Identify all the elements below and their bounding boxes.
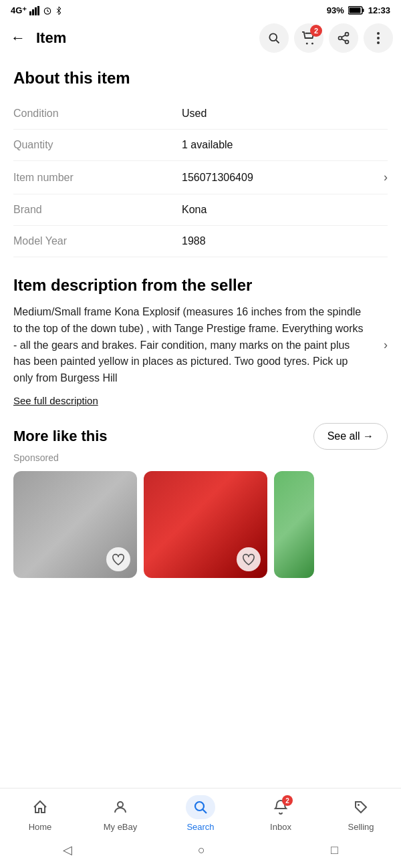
item-number-row[interactable]: Item number 156071306409 › (13, 161, 388, 194)
selling-tab-label: Selling (348, 822, 374, 832)
system-home-button[interactable]: ○ (198, 843, 205, 857)
signal-indicator: 4G⁺ (11, 5, 27, 15)
svg-point-14 (346, 33, 349, 36)
nav-tabs: Home My eBay Search (0, 788, 401, 836)
home-tab-label: Home (29, 822, 52, 832)
cart-button[interactable]: 2 (294, 23, 323, 53)
favorite-button-2[interactable] (237, 547, 261, 571)
back-button[interactable]: ← (5, 27, 31, 49)
svg-point-20 (377, 37, 380, 39)
svg-point-22 (118, 802, 123, 807)
tab-inbox[interactable]: 2 Inbox (261, 795, 301, 832)
svg-rect-1 (32, 9, 34, 15)
more-title: More like this (13, 428, 108, 445)
tag-icon (353, 799, 369, 815)
product-card-1[interactable] (13, 471, 137, 578)
more-dots-icon (377, 32, 380, 44)
bell-icon-container: 2 (266, 795, 295, 819)
bluetooth-icon (55, 6, 63, 15)
svg-point-16 (346, 40, 349, 43)
tag-icon-container (346, 795, 376, 819)
brand-label: Brand (13, 194, 182, 226)
top-nav: ← Item 2 (0, 18, 401, 58)
see-full-description-link[interactable]: See full description (13, 395, 98, 406)
cart-badge: 2 (310, 25, 322, 37)
person-icon (112, 799, 128, 815)
search-icon-container (186, 795, 215, 819)
more-header: More like this See all → (13, 423, 388, 450)
condition-value: Used (182, 98, 388, 130)
chevron-right-icon: › (384, 170, 388, 184)
sponsored-label: Sponsored (13, 452, 388, 463)
svg-point-19 (377, 32, 380, 35)
see-all-button[interactable]: See all → (313, 423, 388, 450)
brand-value: Kona (182, 194, 388, 226)
myebay-tab-label: My eBay (104, 822, 138, 832)
status-left: 4G⁺ (11, 5, 63, 15)
svg-point-23 (195, 802, 204, 811)
item-details-table: Condition Used Quantity 1 available Item… (13, 98, 388, 257)
signal-bars-icon (29, 6, 40, 15)
battery-icon (348, 6, 364, 15)
svg-line-11 (276, 40, 279, 43)
svg-point-10 (269, 33, 277, 41)
condition-label: Condition (13, 98, 182, 130)
description-body: Medium/Small frame Kona Explosif (measur… (13, 304, 388, 387)
model-year-value: 1988 (182, 226, 388, 257)
share-icon (337, 31, 350, 45)
quantity-row: Quantity 1 available (13, 130, 388, 161)
main-content: About this item Condition Used Quantity … (0, 58, 401, 696)
svg-point-12 (306, 43, 308, 45)
search-tab-label: Search (186, 822, 214, 832)
expand-arrow-icon[interactable]: › (384, 336, 388, 355)
svg-point-13 (311, 43, 313, 45)
svg-line-18 (342, 35, 346, 37)
page-title: Item (36, 29, 254, 47)
svg-point-15 (339, 37, 342, 40)
product-card-2[interactable] (144, 471, 267, 578)
brand-row: Brand Kona (13, 194, 388, 226)
system-nav: ◁ ○ □ (0, 836, 401, 868)
product-card-3[interactable] (274, 471, 314, 578)
bottom-nav: Home My eBay Search (0, 788, 401, 868)
share-button[interactable] (329, 23, 358, 53)
product-cards-container (13, 471, 388, 578)
search-button[interactable] (259, 23, 289, 53)
tab-search[interactable]: Search (180, 795, 221, 832)
svg-point-21 (377, 41, 380, 44)
more-button[interactable] (364, 23, 393, 53)
svg-line-24 (203, 810, 207, 814)
svg-rect-3 (37, 6, 39, 15)
quantity-value: 1 available (182, 130, 388, 161)
alarm-icon (43, 6, 52, 15)
search-icon (267, 31, 281, 45)
description-title: Item description from the seller (13, 276, 388, 295)
system-recent-button[interactable]: □ (331, 843, 338, 857)
svg-rect-9 (362, 9, 364, 12)
item-number-label: Item number (13, 161, 182, 194)
condition-row: Condition Used (13, 98, 388, 130)
heart-icon-2 (242, 553, 255, 565)
tab-home[interactable]: Home (20, 795, 60, 832)
description-section: Item description from the seller Medium/… (13, 276, 388, 407)
model-year-row: Model Year 1988 (13, 226, 388, 257)
inbox-tab-label: Inbox (270, 822, 291, 832)
svg-line-17 (342, 39, 346, 41)
system-back-button[interactable]: ◁ (63, 843, 72, 857)
model-year-label: Model Year (13, 226, 182, 257)
about-title: About this item (13, 69, 388, 88)
svg-line-6 (47, 11, 49, 11)
item-number-value: 156071306409 › (182, 161, 388, 194)
status-right: 93% 12:33 (327, 5, 390, 15)
time-display: 12:33 (368, 5, 390, 15)
tab-myebay[interactable]: My eBay (100, 795, 140, 832)
description-text: Medium/Small frame Kona Explosif (measur… (13, 304, 388, 387)
quantity-label: Quantity (13, 130, 182, 161)
favorite-button-1[interactable] (106, 547, 130, 571)
svg-rect-8 (349, 8, 360, 13)
more-like-this-section: More like this See all → Sponsored (13, 423, 388, 578)
tab-selling[interactable]: Selling (341, 795, 381, 832)
inbox-badge: 2 (282, 795, 293, 806)
svg-point-25 (358, 804, 360, 806)
svg-rect-0 (29, 11, 31, 15)
